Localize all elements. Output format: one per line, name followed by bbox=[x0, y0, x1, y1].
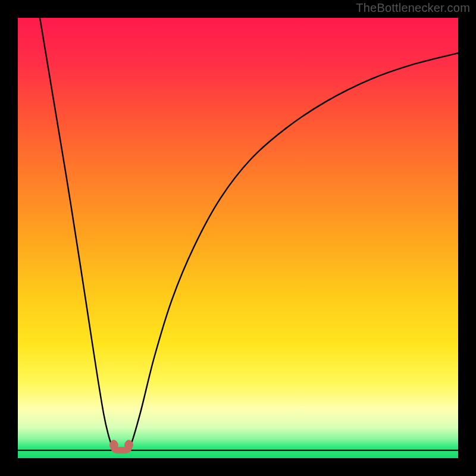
watermark-text: TheBottlenecker.com bbox=[356, 1, 470, 15]
curve-right-branch bbox=[128, 53, 458, 449]
chart-frame: TheBottlenecker.com bbox=[0, 0, 476, 476]
plot-area bbox=[18, 18, 458, 458]
valley-marker-0 bbox=[109, 440, 118, 449]
valley-marker-1 bbox=[124, 440, 133, 449]
curves-layer bbox=[18, 18, 458, 458]
curve-left-branch bbox=[40, 18, 115, 449]
